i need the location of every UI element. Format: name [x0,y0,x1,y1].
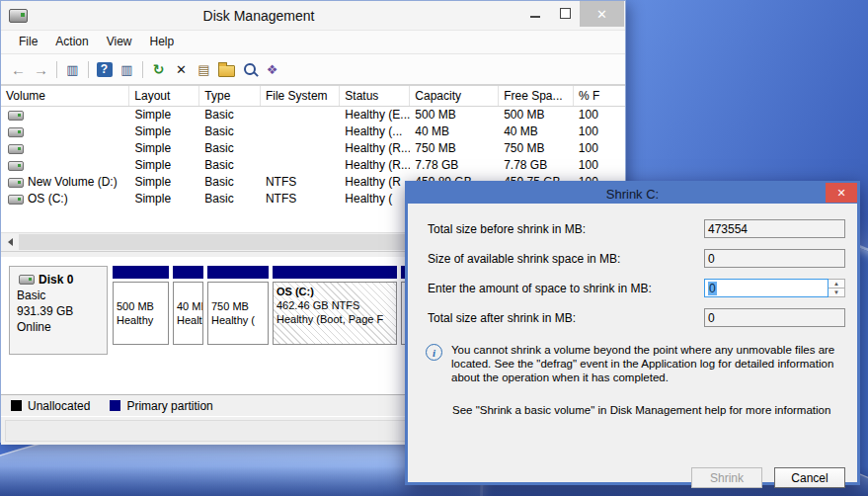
refresh-button[interactable]: ↻ [147,58,170,80]
disk-wizard-button[interactable]: ❖ [261,58,283,80]
volume-layout: Simple [129,174,199,191]
show-console-tree-button[interactable]: ▥ [61,58,84,80]
partition-color-bar [207,266,269,279]
partition-line1: 500 MB [117,299,165,313]
legend-unallocated-label: Unallocated [28,399,90,413]
volume-row[interactable]: Simple Basic Healthy (R... 750 MB 750 MB… [1,140,625,157]
volume-layout: Simple [129,124,199,140]
cancel-button[interactable]: Cancel [774,467,845,488]
volume-status: Healthy (E... [340,107,410,124]
volume-type: Basic [199,191,261,207]
minimize-button[interactable] [520,1,550,25]
shrink-amount-spinner: ▲ ▼ [829,279,845,297]
properties-button[interactable]: ▤ [193,58,215,80]
partition-title: OS (C:) [276,285,393,298]
volume-row[interactable]: Simple Basic Healthy (R... 7.78 GB 7.78 … [1,157,625,174]
window-title: Disk Management [1,8,516,24]
volume-icon [8,178,24,188]
column-header-file-system[interactable]: File System [261,86,340,106]
dialog-close-button[interactable]: ✕ [826,183,857,203]
zoom-button[interactable] [238,58,261,80]
spinner-down-button[interactable]: ▼ [829,288,845,297]
column-header-status[interactable]: Status [340,86,410,106]
info-text: You cannot shrink a volume beyond the po… [451,343,841,384]
title-bar[interactable]: Disk Management ✕ [1,1,625,30]
volume-icon [8,127,24,137]
column-header-volume[interactable]: Volume [1,86,129,106]
volume-type: Basic [199,174,261,191]
wizard-icon: ❖ [267,62,278,77]
volume-type: Basic [199,157,261,174]
column-header-free-space[interactable]: Free Spa... [499,86,574,106]
volume-status: Healthy (R [340,174,410,191]
volume-file-system: NTFS [261,191,340,207]
maximize-icon [560,8,571,19]
scroll-left-button[interactable] [1,233,19,251]
partition-line1: 750 MB [211,299,265,313]
menu-file[interactable]: File [10,31,46,53]
back-icon: ← [11,61,26,78]
volume-percent-free: 100 [574,124,625,140]
spinner-up-button[interactable]: ▲ [829,279,845,288]
partition-os-c[interactable]: OS (C:) 462.46 GB NTFS Healthy (Boot, Pa… [273,266,397,345]
volume-type: Basic [199,107,261,124]
toolbar-separator [56,61,57,78]
minimize-icon [530,16,540,18]
menu-bar: File Action View Help [1,30,625,53]
total-size-after-field: 0 [704,308,845,327]
back-button[interactable]: ← [7,58,30,80]
forward-button[interactable]: → [30,58,52,80]
show-action-pane-button[interactable]: ▥ [116,58,138,80]
column-header-percent-free[interactable]: % F [574,86,625,106]
partition-line1: 40 MB [177,299,199,313]
shrink-button[interactable]: Shrink [691,467,762,488]
toolbar-separator [142,61,143,78]
disk-type: Basic [17,288,107,303]
partition-line1: 462.46 GB NTFS [276,298,393,312]
shrink-amount-control: 0 ▲ ▼ [704,279,845,297]
refresh-icon: ↻ [153,61,165,77]
dialog-buttons: Shrink Cancel [691,467,845,488]
maximize-button[interactable] [550,1,580,25]
shrink-amount-input[interactable]: 0 [704,279,829,297]
primary-partition-swatch [110,400,120,411]
menu-help[interactable]: Help [141,31,184,53]
partition-750mb[interactable]: 750 MB Healthy ( [207,266,269,345]
volume-free-space: 7.78 GB [499,157,574,174]
spinner-down-icon: ▼ [833,289,839,295]
volume-percent-free: 100 [574,107,625,124]
delete-icon: ✕ [176,62,187,77]
caption-buttons: ✕ [520,1,625,30]
column-header-capacity[interactable]: Capacity [410,86,499,106]
volume-capacity: 500 MB [410,107,499,124]
volume-row[interactable]: Simple Basic Healthy (E... 500 MB 500 MB… [1,107,625,124]
open-button[interactable] [215,58,238,80]
volume-layout: Simple [129,157,199,174]
dialog-body: Total size before shrink in MB: 473554 S… [408,219,857,496]
column-header-type[interactable]: Type [199,86,261,106]
volume-capacity: 40 MB [410,124,499,140]
volume-list-header: Volume Layout Type File System Status Ca… [1,86,625,107]
partition-500mb[interactable]: 500 MB Healthy [113,266,169,345]
volume-file-system [261,107,340,124]
partition-40mb[interactable]: 40 MB Healthy [173,266,203,345]
shrink-dialog: Shrink C: ✕ Total size before shrink in … [405,181,860,485]
volume-layout: Simple [129,191,199,207]
volume-icon [8,161,24,171]
disk0-info-panel[interactable]: Disk 0 Basic 931.39 GB Online [9,266,108,355]
shrink-amount-label: Enter the amount of space to shrink in M… [428,282,704,295]
delete-button[interactable]: ✕ [170,58,193,80]
volume-icon [8,195,24,205]
partition-color-bar [173,266,203,279]
close-button[interactable]: ✕ [580,1,624,27]
volume-icon [8,144,24,154]
menu-action[interactable]: Action [46,31,97,53]
help-button[interactable]: ? [93,58,116,80]
partition-color-bar [113,266,169,279]
column-header-layout[interactable]: Layout [129,86,199,106]
volume-row[interactable]: Simple Basic Healthy (... 40 MB 40 MB 10… [1,124,625,140]
volume-type: Basic [199,140,261,157]
dialog-title-bar[interactable]: Shrink C: ✕ [408,184,857,204]
volume-status: Healthy (R... [340,157,410,174]
menu-view[interactable]: View [98,31,141,53]
